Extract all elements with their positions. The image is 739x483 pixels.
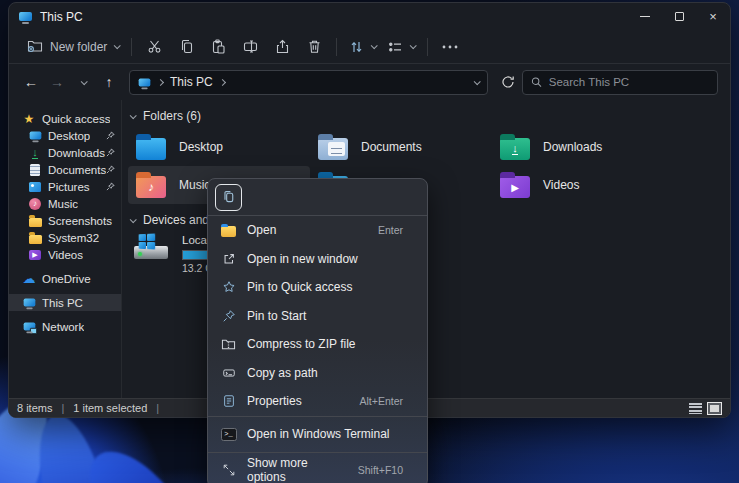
- sidebar-item-system32[interactable]: System32: [9, 229, 121, 246]
- downloads-folder-icon: ↓: [500, 138, 530, 160]
- sidebar: ★ Quick access Desktop ↓ Downloads Docum…: [9, 100, 122, 398]
- chevron-right-icon: [219, 78, 226, 85]
- close-button[interactable]: ×: [696, 3, 730, 30]
- context-menu: Open Enter Open in new window Pin to Qui…: [207, 178, 428, 483]
- address-bar[interactable]: This PC: [129, 70, 488, 95]
- menu-item-pin-start[interactable]: Pin to Start: [208, 302, 427, 331]
- sidebar-item-onedrive[interactable]: ☁ OneDrive: [9, 270, 121, 287]
- large-icons-view-icon[interactable]: [707, 402, 722, 415]
- divider: [336, 38, 337, 56]
- documents-folder-icon: [318, 138, 348, 160]
- item-count: 8 items: [17, 402, 52, 414]
- chevron-down-icon: [371, 42, 378, 49]
- folder-tile-downloads[interactable]: ↓ Downloads: [492, 128, 674, 166]
- menu-item-open[interactable]: Open Enter: [208, 216, 427, 245]
- menu-item-open-windows-terminal[interactable]: >_ Open in Windows Terminal: [208, 417, 427, 452]
- sidebar-item-documents[interactable]: Documents: [9, 161, 121, 178]
- back-button[interactable]: ←: [19, 70, 43, 94]
- paste-button[interactable]: [202, 34, 234, 60]
- share-button[interactable]: [266, 34, 298, 60]
- properties-icon: [220, 393, 237, 410]
- recent-locations-button[interactable]: [71, 70, 95, 94]
- rename-button[interactable]: [234, 34, 266, 60]
- folder-icon: [29, 218, 42, 227]
- context-menu-icon-row: [208, 179, 427, 216]
- star-outline-icon: [220, 279, 237, 296]
- divider: [427, 38, 428, 56]
- copy-button[interactable]: [170, 34, 202, 60]
- search-icon: [531, 76, 542, 88]
- refresh-button[interactable]: [496, 70, 520, 94]
- document-icon: [30, 164, 40, 176]
- navigation-bar: ← → ↑ This PC: [9, 64, 730, 100]
- terminal-icon: >_: [221, 428, 237, 441]
- star-icon: ★: [24, 113, 35, 125]
- this-pc-icon: [19, 12, 32, 21]
- sidebar-item-music[interactable]: ♪ Music: [9, 195, 121, 212]
- videos-folder-icon: ▶: [500, 176, 530, 198]
- minimize-button[interactable]: [628, 3, 662, 30]
- sidebar-item-screenshots[interactable]: Screenshots: [9, 212, 121, 229]
- forward-button[interactable]: →: [45, 70, 69, 94]
- menu-item-compress-zip[interactable]: Compress to ZIP file: [208, 330, 427, 359]
- address-dropdown-icon[interactable]: [474, 78, 481, 85]
- new-folder-button[interactable]: New folder: [21, 34, 125, 60]
- command-bar: New folder: [9, 30, 730, 64]
- up-button[interactable]: ↑: [97, 70, 121, 94]
- folder-icon: [29, 235, 42, 244]
- folder-tile-videos[interactable]: ▶ Videos: [492, 166, 674, 204]
- download-icon: ↓: [32, 147, 38, 159]
- see-more-button[interactable]: [434, 34, 466, 60]
- menu-item-open-new-window[interactable]: Open in new window: [208, 245, 427, 274]
- sort-button[interactable]: [343, 36, 382, 58]
- folders-section-header[interactable]: Folders (6): [128, 108, 730, 124]
- copy-button[interactable]: [215, 184, 242, 211]
- desktop-icon: [29, 131, 41, 139]
- sidebar-item-network[interactable]: Network: [9, 318, 121, 335]
- selection-count: 1 item selected: [73, 402, 147, 414]
- sidebar-item-downloads[interactable]: ↓ Downloads: [9, 144, 121, 161]
- sidebar-item-desktop[interactable]: Desktop: [9, 127, 121, 144]
- titlebar[interactable]: This PC ×: [9, 3, 730, 30]
- pin-icon: [220, 307, 237, 324]
- search-input[interactable]: [549, 76, 709, 88]
- window-title: This PC: [40, 10, 83, 24]
- chevron-right-icon: [157, 78, 164, 85]
- sidebar-item-videos[interactable]: ▶ Videos: [9, 246, 121, 263]
- video-icon: ▶: [29, 250, 41, 260]
- chevron-down-icon: [410, 42, 417, 49]
- desktop-folder-icon: [136, 138, 166, 160]
- this-pc-icon: [139, 78, 151, 86]
- pin-icon: [106, 147, 115, 159]
- chevron-down-icon: [114, 42, 121, 49]
- collapse-icon: [130, 216, 137, 223]
- network-icon: [23, 322, 35, 330]
- view-button[interactable]: [382, 36, 421, 58]
- search-box[interactable]: [522, 70, 718, 95]
- maximize-button[interactable]: [662, 3, 696, 30]
- folder-tile-documents[interactable]: Documents: [310, 128, 492, 166]
- menu-item-properties[interactable]: Properties Alt+Enter: [208, 387, 427, 416]
- folder-tile-desktop[interactable]: Desktop: [128, 128, 310, 166]
- details-view-icon[interactable]: [689, 403, 702, 414]
- cut-button[interactable]: [138, 34, 170, 60]
- pin-icon: [106, 181, 115, 193]
- divider: [131, 38, 132, 56]
- menu-item-pin-quick-access[interactable]: Pin to Quick access: [208, 273, 427, 302]
- new-folder-label: New folder: [50, 40, 107, 54]
- show-more-icon: [220, 462, 237, 479]
- windows-logo-icon: [139, 234, 156, 250]
- pin-icon: [106, 164, 115, 176]
- sidebar-item-this-pc[interactable]: This PC: [9, 294, 121, 311]
- open-folder-icon: [221, 226, 236, 237]
- sidebar-item-pictures[interactable]: Pictures: [9, 178, 121, 195]
- sidebar-item-quick-access[interactable]: ★ Quick access: [9, 110, 121, 127]
- menu-item-copy-as-path[interactable]: Copy as path: [208, 359, 427, 388]
- music-icon: ♪: [29, 198, 41, 210]
- breadcrumb[interactable]: This PC: [170, 75, 213, 89]
- music-folder-icon: ♪: [136, 176, 166, 198]
- delete-button[interactable]: [298, 34, 330, 60]
- local-disk-icon: [132, 234, 172, 268]
- menu-item-show-more-options[interactable]: Show more options Shift+F10: [208, 453, 427, 483]
- new-folder-icon: [27, 38, 43, 56]
